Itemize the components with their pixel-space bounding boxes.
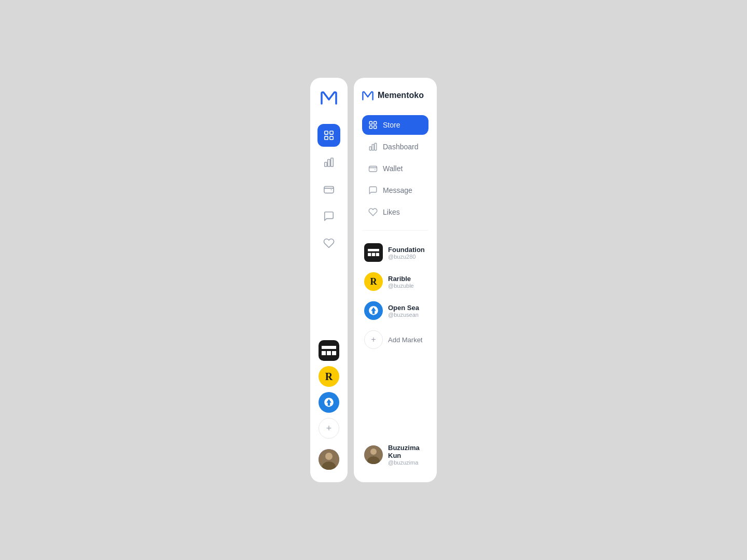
rarible-handle: @buzuble [388, 283, 414, 289]
svg-rect-26 [376, 253, 379, 256]
add-market-icon: + [364, 330, 383, 349]
svg-rect-11 [322, 346, 336, 349]
foundation-name: Foundation [388, 246, 425, 254]
svg-rect-24 [368, 253, 371, 256]
right-nav: Store Dashboard Wallet [362, 115, 428, 222]
right-add-market[interactable]: + Add Market [362, 326, 428, 353]
right-market-foundation[interactable]: Foundation @buzu280 [362, 239, 428, 266]
left-market-opensea[interactable] [319, 392, 339, 413]
left-nav-message[interactable] [317, 205, 340, 228]
right-header: Mementoko [362, 90, 428, 101]
svg-rect-20 [372, 145, 374, 150]
svg-point-13 [325, 453, 333, 460]
svg-point-29 [370, 449, 377, 455]
svg-rect-4 [325, 162, 327, 166]
wallet-label: Wallet [383, 164, 403, 173]
left-add-market-btn[interactable]: + [319, 418, 339, 439]
svg-rect-9 [327, 351, 331, 355]
right-nav-dashboard[interactable]: Dashboard [362, 137, 428, 157]
store-icon [368, 120, 378, 130]
right-user-row[interactable]: Buzuzima Kun @buzuzima [362, 440, 428, 470]
svg-rect-7 [324, 187, 334, 193]
likes-label: Likes [383, 208, 400, 216]
svg-rect-2 [325, 136, 328, 139]
left-nav-likes[interactable] [317, 232, 340, 255]
left-market-foundation[interactable] [319, 340, 339, 361]
app-logo [321, 90, 337, 107]
right-user-name: Buzuzima Kun [388, 444, 426, 459]
left-nav-wallet[interactable] [317, 178, 340, 201]
svg-rect-5 [328, 160, 330, 167]
svg-rect-15 [369, 121, 372, 124]
right-market-opensea[interactable]: Open Sea @buzusean [362, 297, 428, 324]
right-nav-wallet[interactable]: Wallet [362, 159, 428, 178]
svg-rect-1 [330, 131, 333, 134]
foundation-icon [364, 243, 383, 262]
opensea-icon [364, 301, 383, 320]
opensea-handle: @buzusean [388, 312, 419, 318]
dashboard-icon [368, 142, 378, 151]
right-user-handle: @buzuzima [388, 459, 426, 466]
svg-rect-19 [369, 147, 371, 150]
store-label: Store [383, 121, 400, 129]
likes-icon [368, 207, 378, 217]
svg-rect-0 [325, 131, 328, 134]
svg-rect-10 [332, 351, 336, 355]
plus-icon: + [326, 423, 332, 434]
app-logo-right [362, 90, 374, 101]
right-user-section: Buzuzima Kun @buzuzima [362, 429, 428, 470]
avatar [319, 449, 339, 470]
svg-rect-3 [330, 136, 333, 139]
right-sidebar: Mementoko Store Dash [354, 78, 437, 482]
right-nav-message[interactable]: Message [362, 180, 428, 200]
svg-rect-8 [322, 351, 326, 355]
opensea-name: Open Sea [388, 304, 419, 312]
left-nav-dashboard[interactable] [317, 151, 340, 174]
svg-rect-17 [369, 126, 372, 129]
left-nav-icons [317, 124, 340, 315]
wallet-icon [368, 164, 378, 173]
rarible-icon: R [364, 272, 383, 291]
svg-rect-6 [331, 158, 334, 167]
left-user-avatar[interactable] [319, 439, 339, 470]
nav-divider [362, 230, 428, 231]
app-title: Mementoko [378, 91, 424, 100]
svg-rect-21 [375, 143, 377, 150]
left-market-rarible[interactable]: R [319, 366, 339, 387]
add-market-label: Add Market [388, 336, 422, 344]
left-nav-store[interactable] [317, 124, 340, 147]
left-market-icons: R + [319, 340, 339, 439]
right-user-avatar [364, 445, 383, 464]
left-sidebar: R + [310, 78, 348, 482]
svg-rect-27 [368, 249, 379, 251]
message-icon [368, 186, 378, 195]
foundation-handle: @buzu280 [388, 254, 425, 260]
svg-rect-22 [369, 166, 377, 172]
rarible-name: Rarible [388, 275, 414, 283]
right-nav-likes[interactable]: Likes [362, 202, 428, 222]
svg-rect-16 [374, 121, 377, 124]
right-market-rarible[interactable]: R Rarible @buzuble [362, 268, 428, 295]
right-market-list: Foundation @buzu280 R Rarible @buzuble [362, 239, 428, 353]
dashboard-label: Dashboard [383, 143, 419, 151]
svg-point-23 [375, 170, 376, 171]
svg-rect-18 [374, 126, 377, 129]
right-nav-store[interactable]: Store [362, 115, 428, 135]
svg-rect-25 [372, 253, 375, 256]
message-label: Message [383, 186, 412, 194]
